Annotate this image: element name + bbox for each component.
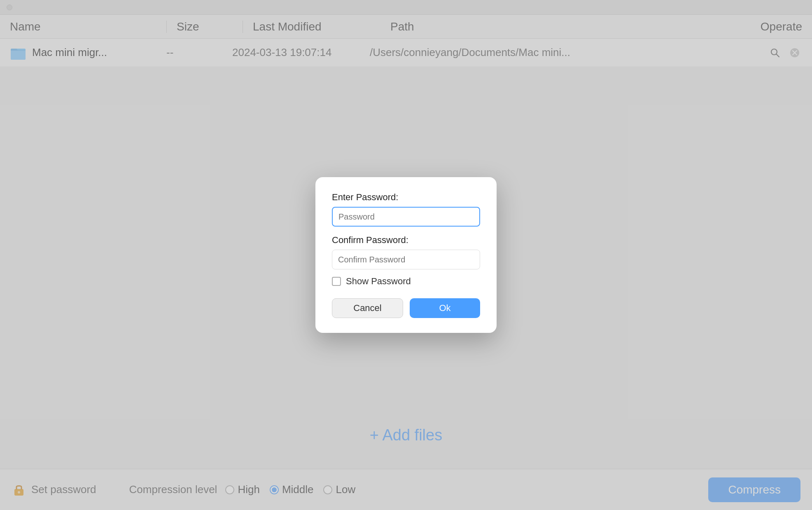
password-dialog: Enter Password: Confirm Password: Show P… <box>315 177 497 333</box>
dialog-buttons: Cancel Ok <box>332 298 480 318</box>
show-password-row: Show Password <box>332 276 480 287</box>
ok-button[interactable]: Ok <box>410 298 480 318</box>
password-input[interactable] <box>332 207 480 227</box>
confirm-password-input[interactable] <box>332 250 480 269</box>
show-password-checkbox[interactable] <box>332 277 341 286</box>
cancel-button[interactable]: Cancel <box>332 298 403 318</box>
confirm-password-label: Confirm Password: <box>332 235 480 246</box>
enter-password-label: Enter Password: <box>332 192 480 203</box>
app-window: Name Size Last Modified Path Operate <box>0 0 812 510</box>
show-password-label: Show Password <box>346 276 411 287</box>
modal-overlay: Enter Password: Confirm Password: Show P… <box>0 0 812 510</box>
